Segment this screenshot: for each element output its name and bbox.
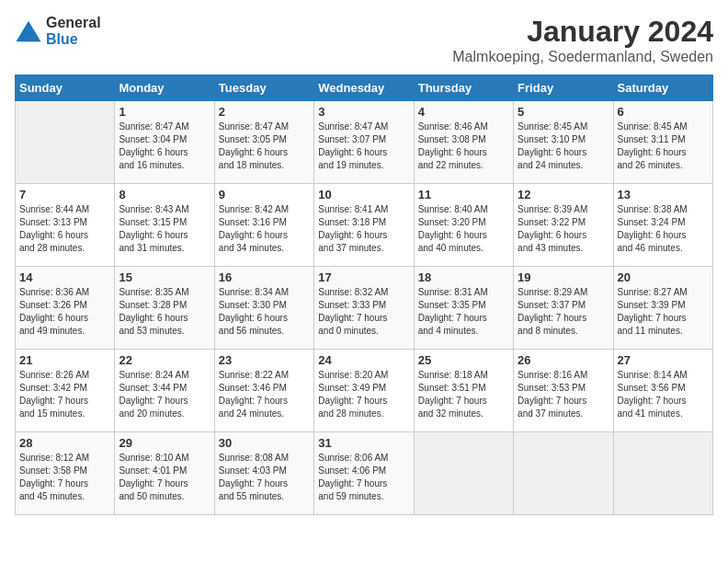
day-info: Sunrise: 8:06 AMSunset: 4:06 PMDaylight:…	[318, 452, 409, 503]
day-number: 3	[318, 105, 409, 119]
header-saturday: Saturday	[613, 75, 712, 101]
header-friday: Friday	[514, 75, 613, 101]
calendar-cell: 12 Sunrise: 8:39 AMSunset: 3:22 PMDaylig…	[514, 184, 613, 267]
day-info: Sunrise: 8:10 AMSunset: 4:01 PMDaylight:…	[119, 452, 210, 503]
logo-blue: Blue	[46, 31, 101, 48]
day-number: 6	[618, 105, 709, 119]
calendar-cell: 3 Sunrise: 8:47 AMSunset: 3:07 PMDayligh…	[314, 101, 414, 184]
day-info: Sunrise: 8:47 AMSunset: 3:07 PMDaylight:…	[318, 121, 409, 172]
calendar-cell: 15 Sunrise: 8:35 AMSunset: 3:28 PMDaylig…	[115, 267, 214, 350]
day-info: Sunrise: 8:32 AMSunset: 3:33 PMDaylight:…	[318, 286, 409, 338]
day-info: Sunrise: 8:26 AMSunset: 3:42 PMDaylight:…	[19, 369, 110, 420]
day-number: 14	[19, 270, 110, 284]
calendar-cell: 20 Sunrise: 8:27 AMSunset: 3:39 PMDaylig…	[613, 267, 712, 350]
calendar-cell: 31 Sunrise: 8:06 AMSunset: 4:06 PMDaylig…	[314, 432, 414, 515]
calendar-cell: 7 Sunrise: 8:44 AMSunset: 3:13 PMDayligh…	[16, 184, 115, 267]
day-info: Sunrise: 8:41 AMSunset: 3:18 PMDaylight:…	[318, 203, 409, 255]
day-number: 4	[418, 105, 509, 119]
day-info: Sunrise: 8:14 AMSunset: 3:56 PMDaylight:…	[618, 369, 709, 420]
day-info: Sunrise: 8:45 AMSunset: 3:10 PMDaylight:…	[518, 121, 609, 172]
day-info: Sunrise: 8:45 AMSunset: 3:11 PMDaylight:…	[618, 121, 709, 172]
calendar-cell: 11 Sunrise: 8:40 AMSunset: 3:20 PMDaylig…	[414, 184, 513, 267]
calendar-cell: 25 Sunrise: 8:18 AMSunset: 3:51 PMDaylig…	[414, 350, 513, 432]
calendar-cell: 27 Sunrise: 8:14 AMSunset: 3:56 PMDaylig…	[613, 350, 712, 432]
header-monday: Monday	[115, 75, 214, 101]
calendar-cell: 2 Sunrise: 8:47 AMSunset: 3:05 PMDayligh…	[214, 101, 313, 184]
calendar-week-row: 7 Sunrise: 8:44 AMSunset: 3:13 PMDayligh…	[16, 184, 713, 267]
calendar-cell: 17 Sunrise: 8:32 AMSunset: 3:33 PMDaylig…	[314, 267, 414, 350]
day-info: Sunrise: 8:24 AMSunset: 3:44 PMDaylight:…	[119, 369, 210, 420]
calendar-week-row: 28 Sunrise: 8:12 AMSunset: 3:58 PMDaylig…	[16, 432, 713, 515]
calendar-cell: 23 Sunrise: 8:22 AMSunset: 3:46 PMDaylig…	[214, 350, 313, 432]
calendar-cell	[16, 101, 115, 184]
day-info: Sunrise: 8:43 AMSunset: 3:15 PMDaylight:…	[119, 203, 210, 255]
header-thursday: Thursday	[414, 75, 513, 101]
day-number: 18	[418, 270, 509, 284]
day-info: Sunrise: 8:08 AMSunset: 4:03 PMDaylight:…	[219, 452, 310, 503]
calendar-cell	[414, 432, 513, 515]
day-number: 26	[518, 353, 609, 367]
calendar-cell: 28 Sunrise: 8:12 AMSunset: 3:58 PMDaylig…	[16, 432, 115, 515]
logo-general: General	[46, 15, 101, 31]
calendar-week-row: 1 Sunrise: 8:47 AMSunset: 3:04 PMDayligh…	[16, 101, 713, 184]
calendar-cell: 1 Sunrise: 8:47 AMSunset: 3:04 PMDayligh…	[115, 101, 214, 184]
day-info: Sunrise: 8:46 AMSunset: 3:08 PMDaylight:…	[418, 121, 509, 172]
title-area: January 2024 Malmkoeping, Soedermanland,…	[452, 15, 713, 65]
calendar-cell: 22 Sunrise: 8:24 AMSunset: 3:44 PMDaylig…	[115, 350, 214, 432]
day-number: 15	[119, 270, 210, 284]
calendar-cell: 18 Sunrise: 8:31 AMSunset: 3:35 PMDaylig…	[414, 267, 513, 350]
calendar-cell: 21 Sunrise: 8:26 AMSunset: 3:42 PMDaylig…	[16, 350, 115, 432]
logo-icon	[15, 17, 42, 45]
day-info: Sunrise: 8:31 AMSunset: 3:35 PMDaylight:…	[418, 286, 509, 338]
day-number: 10	[318, 188, 409, 201]
day-info: Sunrise: 8:40 AMSunset: 3:20 PMDaylight:…	[418, 203, 509, 255]
calendar-cell: 14 Sunrise: 8:36 AMSunset: 3:26 PMDaylig…	[16, 267, 115, 350]
calendar-cell: 6 Sunrise: 8:45 AMSunset: 3:11 PMDayligh…	[613, 101, 712, 184]
calendar-cell: 13 Sunrise: 8:38 AMSunset: 3:24 PMDaylig…	[613, 184, 712, 267]
calendar-cell: 26 Sunrise: 8:16 AMSunset: 3:53 PMDaylig…	[514, 350, 613, 432]
day-info: Sunrise: 8:29 AMSunset: 3:37 PMDaylight:…	[518, 286, 609, 338]
calendar-cell: 19 Sunrise: 8:29 AMSunset: 3:37 PMDaylig…	[514, 267, 613, 350]
calendar-week-row: 21 Sunrise: 8:26 AMSunset: 3:42 PMDaylig…	[16, 350, 713, 432]
day-number: 2	[219, 105, 310, 119]
day-number: 11	[418, 188, 509, 201]
day-number: 7	[19, 188, 110, 201]
day-number: 20	[618, 270, 709, 284]
day-info: Sunrise: 8:47 AMSunset: 3:05 PMDaylight:…	[219, 121, 310, 172]
calendar-cell: 29 Sunrise: 8:10 AMSunset: 4:01 PMDaylig…	[115, 432, 214, 515]
day-number: 8	[119, 188, 210, 201]
header-sunday: Sunday	[16, 75, 115, 101]
day-info: Sunrise: 8:42 AMSunset: 3:16 PMDaylight:…	[219, 203, 310, 255]
day-info: Sunrise: 8:20 AMSunset: 3:49 PMDaylight:…	[318, 369, 409, 420]
day-info: Sunrise: 8:22 AMSunset: 3:46 PMDaylight:…	[219, 369, 310, 420]
day-number: 28	[19, 436, 110, 450]
day-info: Sunrise: 8:44 AMSunset: 3:13 PMDaylight:…	[19, 203, 110, 255]
day-info: Sunrise: 8:36 AMSunset: 3:26 PMDaylight:…	[19, 286, 110, 338]
header-wednesday: Wednesday	[314, 75, 414, 101]
day-number: 30	[219, 436, 310, 450]
calendar-cell: 5 Sunrise: 8:45 AMSunset: 3:10 PMDayligh…	[514, 101, 613, 184]
calendar-cell: 30 Sunrise: 8:08 AMSunset: 4:03 PMDaylig…	[214, 432, 313, 515]
header-tuesday: Tuesday	[214, 75, 313, 101]
day-number: 12	[518, 188, 609, 201]
day-info: Sunrise: 8:12 AMSunset: 3:58 PMDaylight:…	[19, 452, 110, 503]
calendar-cell	[514, 432, 613, 515]
day-number: 24	[318, 353, 409, 367]
day-info: Sunrise: 8:39 AMSunset: 3:22 PMDaylight:…	[518, 203, 609, 255]
day-info: Sunrise: 8:38 AMSunset: 3:24 PMDaylight:…	[618, 203, 709, 255]
day-number: 23	[219, 353, 310, 367]
day-number: 27	[618, 353, 709, 367]
day-number: 1	[119, 105, 210, 119]
day-number: 25	[418, 353, 509, 367]
day-number: 5	[518, 105, 609, 119]
page-header: General Blue January 2024 Malmkoeping, S…	[15, 15, 713, 65]
location-title: Malmkoeping, Soedermanland, Sweden	[452, 49, 713, 65]
calendar-cell: 8 Sunrise: 8:43 AMSunset: 3:15 PMDayligh…	[115, 184, 214, 267]
day-number: 16	[219, 270, 310, 284]
day-number: 17	[318, 270, 409, 284]
calendar-table: Sunday Monday Tuesday Wednesday Thursday…	[15, 75, 713, 515]
day-number: 31	[318, 436, 409, 450]
calendar-cell: 10 Sunrise: 8:41 AMSunset: 3:18 PMDaylig…	[314, 184, 414, 267]
logo-text: General Blue	[46, 15, 101, 47]
day-number: 9	[219, 188, 310, 201]
